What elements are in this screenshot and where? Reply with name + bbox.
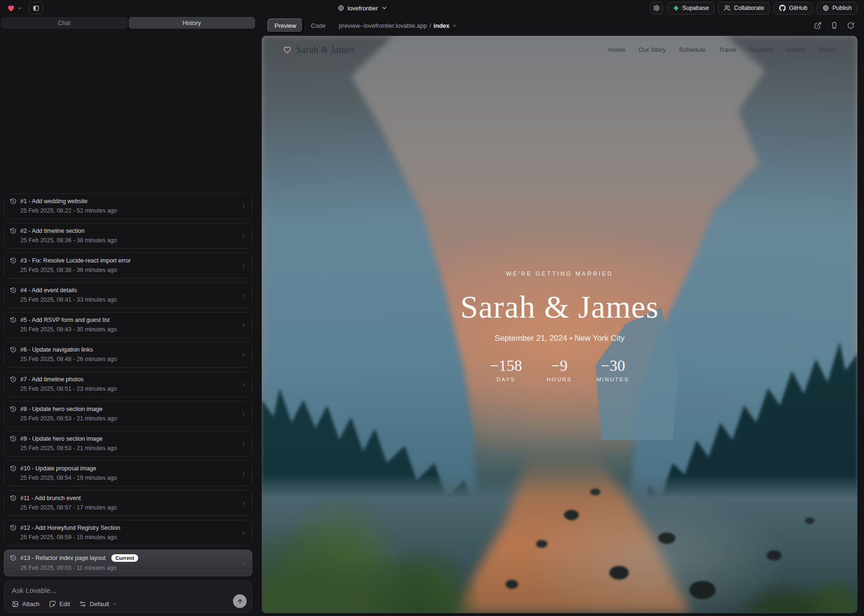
github-icon	[779, 5, 786, 11]
history-item[interactable]: #2 - Add timeline section25 Feb 2025, 08…	[4, 223, 252, 249]
history-icon	[10, 287, 17, 294]
publish-button[interactable]: Publish	[817, 2, 857, 15]
lovable-menu-button[interactable]	[7, 4, 22, 12]
refresh-button[interactable]	[847, 22, 855, 29]
chevron-right-icon	[241, 233, 247, 239]
prompt-composer[interactable]: Ask Lovable... AttachEditDefault	[4, 580, 252, 613]
send-button[interactable]	[233, 594, 247, 608]
history-item[interactable]: #10 - Update proposal image25 Feb 2025, …	[4, 460, 252, 486]
history-icon	[10, 317, 17, 323]
chevron-right-icon	[241, 292, 247, 298]
top-bar-actions: SupabaseCollaborateGitHubPublish	[650, 2, 857, 15]
history-item-timestamp: 25 Feb 2025, 08:36 - 38 minutes ago	[20, 237, 236, 244]
external-link-button[interactable]	[814, 22, 822, 29]
history-item[interactable]: #4 - Add event details25 Feb 2025, 08:41…	[4, 282, 252, 308]
users-icon	[724, 5, 731, 11]
preview-url-page: index	[433, 22, 449, 29]
preview-pane: Preview Code preview--lovefrontier.lovab…	[256, 16, 864, 616]
supabase-button[interactable]: Supabase	[667, 2, 714, 15]
nav-link-our-story[interactable]: Our Story	[639, 46, 666, 53]
chevron-right-icon	[241, 203, 247, 209]
publish-label: Publish	[832, 5, 852, 11]
history-item[interactable]: #8 - Update hero section image25 Feb 202…	[4, 401, 252, 427]
collaborate-button[interactable]: Collaborate	[718, 2, 770, 15]
history-list: #1 - Add wedding website25 Feb 2025, 08:…	[0, 29, 256, 576]
chevron-right-icon	[241, 322, 247, 328]
nav-link-travel[interactable]: Travel	[719, 46, 736, 53]
project-selector[interactable]: lovefrontier	[338, 0, 388, 16]
globe-icon	[338, 5, 344, 11]
history-item-title: #1 - Add wedding website	[20, 198, 87, 205]
history-icon	[10, 495, 17, 501]
tab-history[interactable]: History	[129, 17, 256, 29]
settings-button[interactable]	[650, 2, 663, 15]
history-item-title: #11 - Add brunch event	[20, 495, 81, 501]
edit-button[interactable]: Edit	[49, 600, 70, 608]
preview-url-selector[interactable]: preview--lovefrontier.lovable.app / inde…	[339, 22, 457, 29]
chevron-right-icon	[241, 352, 247, 358]
history-item[interactable]: #13 - Refactor index page layoutCurrent2…	[4, 550, 252, 576]
history-item-timestamp: 25 Feb 2025, 09:03 - 11 minutes ago	[20, 565, 236, 571]
history-item[interactable]: #12 - Add Honeyfund Registry Section25 F…	[4, 520, 252, 546]
history-item-timestamp: 25 Feb 2025, 08:53 - 21 minutes ago	[20, 415, 236, 422]
countdown: −158DAYS−9HOURS−30MINUTES	[490, 358, 629, 382]
preview-tool-buttons	[814, 22, 855, 29]
github-button[interactable]: GitHub	[773, 2, 813, 15]
gear-icon	[653, 5, 660, 11]
chevron-down-icon	[17, 6, 22, 11]
external-link-icon	[814, 22, 822, 29]
history-icon	[10, 228, 17, 234]
project-name: lovefrontier	[348, 5, 378, 12]
top-bar: lovefrontier SupabaseCollaborateGitHubPu…	[0, 0, 864, 16]
history-item[interactable]: #5 - Add RSVP form and guest list25 Feb …	[4, 312, 252, 338]
history-item-timestamp: 25 Feb 2025, 08:54 - 19 minutes ago	[20, 475, 236, 481]
select-icon	[49, 600, 56, 608]
history-icon	[10, 555, 17, 561]
default-label: Default	[90, 600, 109, 608]
preview-url-host: preview--lovefrontier.lovable.app	[339, 22, 427, 29]
panel-tabs: Chat History	[0, 17, 256, 29]
history-item[interactable]: #1 - Add wedding website25 Feb 2025, 08:…	[4, 193, 252, 219]
history-item[interactable]: #11 - Add brunch event25 Feb 2025, 08:57…	[4, 490, 252, 516]
history-item-timestamp: 25 Feb 2025, 08:51 - 23 minutes ago	[20, 386, 236, 392]
smartphone-button[interactable]	[831, 22, 838, 29]
nav-link-schedule[interactable]: Schedule	[679, 46, 706, 53]
chevron-right-icon	[241, 411, 247, 417]
default-button[interactable]: Default	[79, 600, 117, 608]
tab-preview[interactable]: Preview	[267, 18, 303, 33]
history-item-timestamp: 25 Feb 2025, 08:53 - 21 minutes ago	[20, 445, 236, 452]
history-item-title: #8 - Update hero section image	[20, 406, 102, 412]
history-item[interactable]: #9 - Update hero section image25 Feb 202…	[4, 431, 252, 457]
countdown-value: −30	[601, 358, 625, 374]
site-nav: HomeOur StoryScheduleTravelRegistryGalle…	[608, 46, 837, 53]
history-item[interactable]: #3 - Fix: Resolve Lucide-react import er…	[4, 253, 252, 279]
attach-button[interactable]: Attach	[12, 600, 40, 608]
countdown-hours: −9HOURS	[547, 358, 572, 382]
preview-url-separator: /	[429, 22, 431, 29]
history-item-timestamp: 25 Feb 2025, 08:22 - 52 minutes ago	[20, 207, 236, 214]
tab-chat[interactable]: Chat	[1, 17, 128, 29]
history-icon	[10, 346, 17, 353]
nav-link-registry[interactable]: Registry	[749, 46, 773, 53]
attach-label: Attach	[22, 600, 40, 608]
history-icon	[10, 465, 17, 472]
chevron-right-icon	[241, 263, 247, 269]
history-item[interactable]: #6 - Update navigation links25 Feb 2025,…	[4, 342, 252, 368]
nav-link-home[interactable]: Home	[608, 46, 625, 53]
site-brand[interactable]: Sarah & James	[282, 44, 355, 55]
chevron-down-icon	[452, 23, 457, 28]
chevron-right-icon	[241, 530, 247, 536]
history-item-title: #10 - Update proposal image	[20, 465, 96, 472]
nav-link-gallery[interactable]: Gallery	[786, 46, 806, 53]
nav-link-rsvp[interactable]: RSVP	[819, 46, 837, 53]
preview-toolbar: Preview Code preview--lovefrontier.lovab…	[256, 16, 864, 35]
supabase-label: Supabase	[682, 5, 709, 11]
history-item-title: #12 - Add Honeyfund Registry Section	[20, 525, 120, 531]
prompt-input[interactable]: Ask Lovable...	[12, 586, 245, 594]
tab-code[interactable]: Code	[311, 22, 325, 29]
sidebar-toggle-button[interactable]	[29, 2, 43, 14]
history-item-title: #13 - Refactor index page layout	[20, 555, 106, 561]
chevron-right-icon	[241, 560, 247, 566]
history-item[interactable]: #7 - Add timeline photos25 Feb 2025, 08:…	[4, 371, 252, 397]
history-icon	[10, 525, 17, 531]
